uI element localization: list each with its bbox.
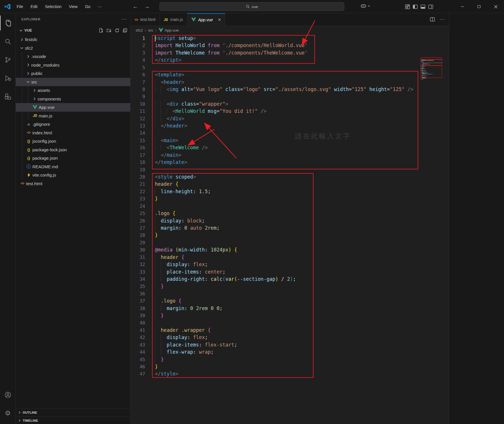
settings-gear-icon[interactable]: ⚙ bbox=[0, 406, 16, 421]
copilot-button[interactable] bbox=[360, 3, 370, 9]
account-icon[interactable] bbox=[0, 387, 16, 402]
code-line[interactable]: 34 padding-right: calc(var(--section-gap… bbox=[131, 276, 449, 283]
run-debug-icon[interactable] bbox=[0, 71, 16, 86]
code-line[interactable]: 20<style scoped> bbox=[131, 173, 449, 181]
command-center-search[interactable]: vue bbox=[159, 2, 344, 11]
search-sidebar-icon[interactable] bbox=[0, 34, 16, 49]
editor-more-actions-icon[interactable]: ··· bbox=[439, 17, 445, 22]
tree-item-README.md[interactable]: ⓘREADME.md bbox=[16, 162, 130, 171]
minimize-button[interactable] bbox=[454, 0, 471, 13]
close-button[interactable] bbox=[487, 0, 504, 13]
code-line[interactable]: 43 place-items: flex-start; bbox=[131, 341, 449, 349]
toggle-primary-sidebar-icon[interactable] bbox=[413, 4, 418, 9]
explorer-more-actions-icon[interactable]: ··· bbox=[121, 17, 127, 22]
collapse-folders-icon[interactable] bbox=[123, 28, 127, 33]
code-line[interactable]: 45 } bbox=[131, 356, 449, 363]
tree-item-sfc2[interactable]: sfc2 bbox=[16, 44, 130, 53]
code-line[interactable]: 39 } bbox=[131, 312, 449, 319]
code-line[interactable]: 18</template> bbox=[131, 159, 449, 166]
new-folder-icon[interactable] bbox=[107, 28, 111, 33]
tree-item-main.js[interactable]: JSmain.js bbox=[16, 112, 130, 120]
code-line[interactable]: 12 </div> bbox=[131, 115, 449, 122]
code-line[interactable]: 13 </header> bbox=[131, 122, 449, 129]
workspace-section-header[interactable]: VUE bbox=[16, 25, 130, 35]
code-line[interactable]: 46} bbox=[131, 363, 449, 370]
code-line[interactable]: 36 bbox=[131, 290, 449, 297]
code-line[interactable]: 1<script setup> bbox=[131, 35, 449, 42]
back-button[interactable]: ← bbox=[133, 3, 138, 10]
tree-item-jsconfig.json[interactable]: {}jsconfig.json bbox=[16, 137, 130, 146]
code-line[interactable]: 29 bbox=[131, 239, 449, 246]
tree-item-components[interactable]: components bbox=[16, 95, 130, 103]
code-line[interactable]: 47</style> bbox=[131, 370, 449, 377]
menu-more[interactable]: ⋯ bbox=[95, 3, 105, 10]
code-line[interactable]: 25.logo { bbox=[131, 210, 449, 217]
maximize-button[interactable] bbox=[471, 0, 487, 13]
code-line[interactable]: 19 bbox=[131, 166, 449, 173]
code-line[interactable]: 2import HelloWorld from './components/He… bbox=[131, 42, 449, 49]
breadcrumb-item-sfc2[interactable]: sfc2 bbox=[136, 28, 143, 32]
outline-section[interactable]: OUTLINE bbox=[16, 408, 130, 416]
code-line[interactable]: 21header { bbox=[131, 181, 449, 188]
code-line[interactable]: 3import TheWelcome from './components/Th… bbox=[131, 49, 449, 57]
tree-item-index.html[interactable]: <>index.html bbox=[16, 129, 130, 137]
code-line[interactable]: 33 place-items: center; bbox=[131, 268, 449, 276]
tree-item-vite.config.js[interactable]: vite.config.js bbox=[16, 171, 130, 179]
menu-view[interactable]: View bbox=[66, 3, 80, 10]
breadcrumb-item-App.vue[interactable]: App.vue bbox=[159, 28, 179, 32]
tree-item-node_modules[interactable]: node_modules bbox=[16, 61, 130, 69]
code-line[interactable]: 23} bbox=[131, 195, 449, 202]
tree-item-.vscode[interactable]: .vscode bbox=[16, 52, 130, 61]
split-editor-icon[interactable] bbox=[430, 17, 435, 22]
code-line[interactable]: 35 } bbox=[131, 283, 449, 290]
forward-button[interactable]: → bbox=[144, 3, 150, 10]
timeline-section[interactable]: TIMELINE bbox=[16, 417, 130, 424]
tree-item-.gitignore[interactable]: ◆.gitignore bbox=[16, 120, 130, 129]
code-line[interactable]: 24 bbox=[131, 203, 449, 210]
tab-close-icon[interactable]: × bbox=[218, 17, 221, 22]
tree-item-test.html[interactable]: <>test.html bbox=[16, 179, 130, 188]
explorer-icon[interactable] bbox=[0, 16, 16, 30]
tab-main.js[interactable]: JSmain.js bbox=[160, 13, 187, 26]
tab-App.vue[interactable]: App.vue× bbox=[187, 13, 225, 26]
code-line[interactable]: 10 <div class="wrapper"> bbox=[131, 100, 449, 108]
tree-item-App.vue[interactable]: App.vue bbox=[16, 103, 130, 112]
code-line[interactable]: 15 <main> bbox=[131, 137, 449, 144]
tab-test.html[interactable]: <>test.html bbox=[131, 13, 160, 26]
customize-layout-icon[interactable] bbox=[405, 4, 410, 9]
tree-item-src[interactable]: src bbox=[16, 78, 130, 86]
code-line[interactable]: 9 bbox=[131, 93, 449, 100]
code-line[interactable]: 41 header .wrapper { bbox=[131, 327, 449, 334]
code-line[interactable]: 4</script> bbox=[131, 57, 449, 64]
code-line[interactable]: 40 bbox=[131, 319, 449, 326]
code-line[interactable]: 5 bbox=[131, 64, 449, 71]
minimap[interactable] bbox=[421, 58, 445, 104]
code-line[interactable]: 6<template> bbox=[131, 71, 449, 78]
tree-item-assets[interactable]: assets bbox=[16, 86, 130, 95]
code-editor[interactable]: 1<script setup>2import HelloWorld from '… bbox=[131, 35, 449, 424]
menu-edit[interactable]: Edit bbox=[28, 3, 40, 10]
code-line[interactable]: 7 <header> bbox=[131, 79, 449, 86]
tree-item-package.json[interactable]: {}package.json bbox=[16, 154, 130, 162]
code-line[interactable]: 14 bbox=[131, 129, 449, 137]
code-line[interactable]: 38 margin: 0 2rem 0 0; bbox=[131, 305, 449, 312]
menu-go[interactable]: Go bbox=[82, 3, 93, 10]
code-line[interactable]: 8 <img alt="Vue logo" class="logo" src="… bbox=[131, 86, 449, 93]
new-file-icon[interactable] bbox=[99, 28, 103, 33]
code-line[interactable]: 31 header { bbox=[131, 254, 449, 261]
code-line[interactable]: 30@media (min-width: 1024px) { bbox=[131, 246, 449, 253]
tree-item-public[interactable]: public bbox=[16, 69, 130, 78]
menu-selection[interactable]: Selection bbox=[42, 3, 65, 10]
tree-item-firstsfc[interactable]: firstsfc bbox=[16, 35, 130, 44]
toggle-secondary-sidebar-icon[interactable] bbox=[428, 4, 433, 9]
code-line[interactable]: 11 <HelloWorld msg="You did it!" /> bbox=[131, 108, 449, 115]
tree-item-package-lock.json[interactable]: {}package-lock.json bbox=[16, 146, 130, 154]
code-line[interactable]: 22 line-height: 1.5; bbox=[131, 188, 449, 195]
source-control-icon[interactable] bbox=[0, 52, 16, 67]
code-line[interactable]: 27 margin: 0 auto 2rem; bbox=[131, 224, 449, 232]
refresh-icon[interactable] bbox=[115, 28, 119, 33]
code-line[interactable]: 17 </main> bbox=[131, 152, 449, 159]
code-line[interactable]: 26 display: block; bbox=[131, 217, 449, 224]
code-line[interactable]: 16 <TheWelcome /> bbox=[131, 144, 449, 151]
extensions-icon[interactable] bbox=[0, 89, 16, 104]
